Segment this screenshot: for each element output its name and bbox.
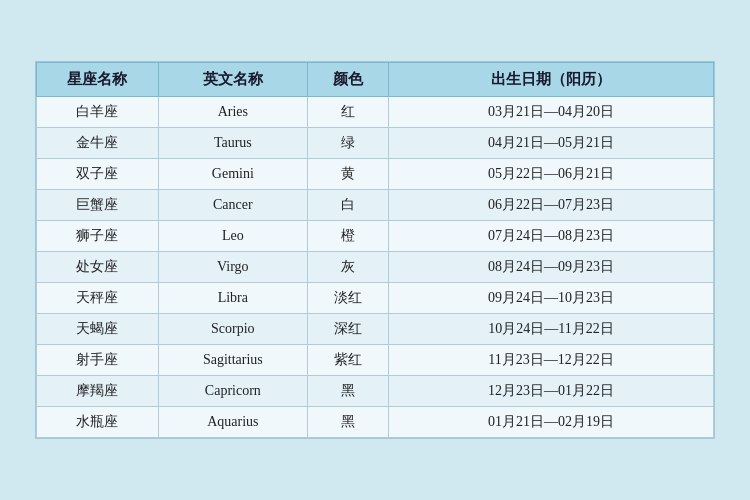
header-date: 出生日期（阳历） <box>389 63 714 97</box>
cell-chinese: 巨蟹座 <box>37 190 159 221</box>
cell-chinese: 金牛座 <box>37 128 159 159</box>
zodiac-table: 星座名称 英文名称 颜色 出生日期（阳历） 白羊座Aries红03月21日—04… <box>36 62 714 438</box>
cell-color: 黑 <box>307 407 388 438</box>
cell-chinese: 天秤座 <box>37 283 159 314</box>
cell-color: 紫红 <box>307 345 388 376</box>
cell-date: 08月24日—09月23日 <box>389 252 714 283</box>
cell-date: 10月24日—11月22日 <box>389 314 714 345</box>
cell-color: 绿 <box>307 128 388 159</box>
table-row: 水瓶座Aquarius黑01月21日—02月19日 <box>37 407 714 438</box>
table-row: 射手座Sagittarius紫红11月23日—12月22日 <box>37 345 714 376</box>
cell-chinese: 射手座 <box>37 345 159 376</box>
cell-chinese: 狮子座 <box>37 221 159 252</box>
cell-english: Scorpio <box>158 314 307 345</box>
table-row: 巨蟹座Cancer白06月22日—07月23日 <box>37 190 714 221</box>
table-row: 天秤座Libra淡红09月24日—10月23日 <box>37 283 714 314</box>
cell-date: 05月22日—06月21日 <box>389 159 714 190</box>
header-color: 颜色 <box>307 63 388 97</box>
cell-chinese: 白羊座 <box>37 97 159 128</box>
cell-color: 深红 <box>307 314 388 345</box>
cell-date: 07月24日—08月23日 <box>389 221 714 252</box>
cell-chinese: 双子座 <box>37 159 159 190</box>
cell-english: Virgo <box>158 252 307 283</box>
cell-chinese: 天蝎座 <box>37 314 159 345</box>
cell-date: 01月21日—02月19日 <box>389 407 714 438</box>
cell-color: 橙 <box>307 221 388 252</box>
cell-color: 灰 <box>307 252 388 283</box>
cell-chinese: 水瓶座 <box>37 407 159 438</box>
table-row: 金牛座Taurus绿04月21日—05月21日 <box>37 128 714 159</box>
cell-english: Cancer <box>158 190 307 221</box>
cell-chinese: 处女座 <box>37 252 159 283</box>
cell-date: 11月23日—12月22日 <box>389 345 714 376</box>
cell-english: Libra <box>158 283 307 314</box>
table-row: 处女座Virgo灰08月24日—09月23日 <box>37 252 714 283</box>
cell-english: Leo <box>158 221 307 252</box>
cell-english: Aries <box>158 97 307 128</box>
cell-date: 03月21日—04月20日 <box>389 97 714 128</box>
cell-date: 04月21日—05月21日 <box>389 128 714 159</box>
table-row: 狮子座Leo橙07月24日—08月23日 <box>37 221 714 252</box>
table-header-row: 星座名称 英文名称 颜色 出生日期（阳历） <box>37 63 714 97</box>
cell-english: Sagittarius <box>158 345 307 376</box>
cell-english: Capricorn <box>158 376 307 407</box>
header-chinese: 星座名称 <box>37 63 159 97</box>
cell-color: 红 <box>307 97 388 128</box>
header-english: 英文名称 <box>158 63 307 97</box>
cell-date: 09月24日—10月23日 <box>389 283 714 314</box>
cell-english: Gemini <box>158 159 307 190</box>
table-row: 摩羯座Capricorn黑12月23日—01月22日 <box>37 376 714 407</box>
cell-color: 白 <box>307 190 388 221</box>
cell-english: Aquarius <box>158 407 307 438</box>
table-row: 双子座Gemini黄05月22日—06月21日 <box>37 159 714 190</box>
cell-date: 06月22日—07月23日 <box>389 190 714 221</box>
cell-date: 12月23日—01月22日 <box>389 376 714 407</box>
table-row: 白羊座Aries红03月21日—04月20日 <box>37 97 714 128</box>
cell-color: 黑 <box>307 376 388 407</box>
cell-color: 黄 <box>307 159 388 190</box>
cell-color: 淡红 <box>307 283 388 314</box>
cell-english: Taurus <box>158 128 307 159</box>
cell-chinese: 摩羯座 <box>37 376 159 407</box>
table-row: 天蝎座Scorpio深红10月24日—11月22日 <box>37 314 714 345</box>
zodiac-table-container: 星座名称 英文名称 颜色 出生日期（阳历） 白羊座Aries红03月21日—04… <box>35 61 715 439</box>
